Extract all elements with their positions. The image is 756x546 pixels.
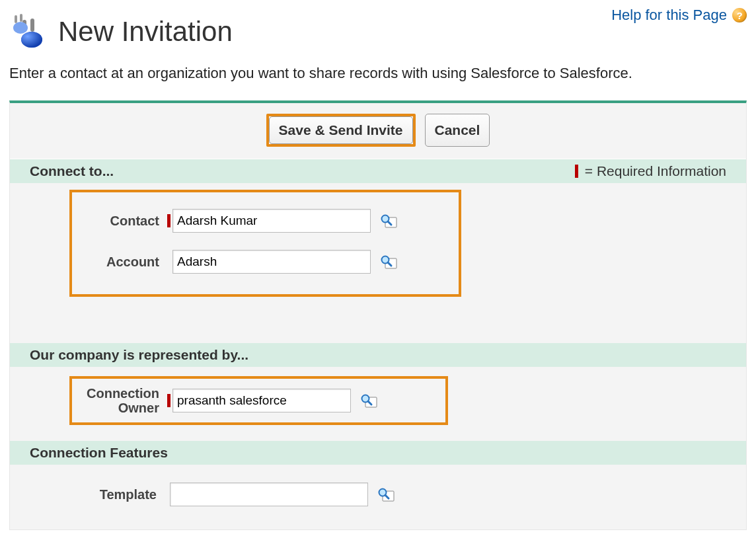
- lookup-icon[interactable]: [380, 214, 397, 228]
- cancel-button[interactable]: Cancel: [425, 114, 490, 147]
- save-send-invite-button[interactable]: Save & Send Invite: [269, 116, 413, 144]
- required-indicator-icon: [167, 394, 170, 407]
- section-connection-features-title: Connection Features: [30, 445, 168, 460]
- svg-rect-5: [15, 15, 17, 23]
- help-link[interactable]: Help for this Page ?: [611, 7, 747, 24]
- required-note: = Required Information: [575, 163, 726, 179]
- section-represented-by-body: Connection Owner: [10, 376, 746, 441]
- svg-rect-6: [20, 14, 22, 22]
- lookup-icon[interactable]: [360, 393, 377, 408]
- svg-point-4: [13, 22, 28, 34]
- connection-owner-label: Connection Owner: [72, 386, 165, 415]
- lookup-icon[interactable]: [377, 487, 395, 502]
- template-input[interactable]: [170, 483, 368, 506]
- connection-owner-input[interactable]: [172, 389, 351, 412]
- help-label: Help for this Page: [611, 7, 727, 24]
- svg-point-1: [21, 32, 42, 48]
- section-connection-features-header: Connection Features: [10, 441, 746, 465]
- contact-field-row: Contact: [72, 206, 459, 236]
- connect-to-highlight-box: Contact Account: [69, 190, 461, 297]
- connection-owner-field-row: Connection Owner: [72, 385, 445, 416]
- section-represented-by-header: Our company is represented by...: [10, 343, 746, 367]
- section-connect-to-body: Contact Account: [10, 190, 746, 343]
- connection-icon: [9, 12, 49, 52]
- required-indicator-icon: [575, 165, 578, 178]
- page-description: Enter a contact at an organization you w…: [9, 63, 747, 83]
- lookup-icon[interactable]: [380, 254, 397, 269]
- form-panel: Save & Send Invite Cancel Connect to... …: [9, 100, 747, 530]
- represented-by-highlight-box: Connection Owner: [69, 376, 448, 425]
- section-connect-to-title: Connect to...: [30, 163, 114, 178]
- contact-input[interactable]: [172, 209, 371, 233]
- required-indicator-icon: [167, 214, 170, 227]
- account-input[interactable]: [172, 250, 371, 274]
- account-field-row: Account: [72, 247, 459, 277]
- svg-rect-3: [30, 19, 34, 32]
- account-label: Account: [72, 254, 165, 269]
- contact-label: Contact: [72, 214, 165, 228]
- section-connection-features-body: Template: [10, 479, 746, 529]
- section-represented-by-title: Our company is represented by...: [30, 347, 248, 362]
- template-label: Template: [69, 487, 162, 502]
- save-button-highlight: Save & Send Invite: [266, 114, 416, 147]
- help-icon: ?: [732, 8, 747, 22]
- required-note-text: = Required Information: [585, 163, 726, 179]
- section-connect-to-header: Connect to... = Required Information: [10, 159, 746, 183]
- template-field-row: Template: [69, 479, 746, 510]
- button-bar: Save & Send Invite Cancel: [10, 103, 746, 159]
- page-title: New Invitation: [58, 16, 233, 48]
